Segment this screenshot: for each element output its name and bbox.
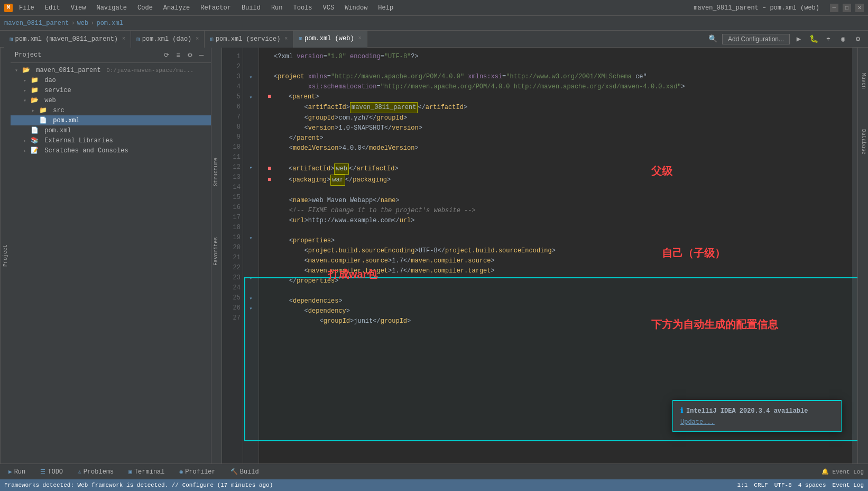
menu-item-analyze[interactable]: Analyze	[161, 3, 192, 13]
tree-item-src[interactable]: ▸📁 src	[11, 105, 211, 115]
tree-item-web[interactable]: ▾📂 web	[11, 95, 211, 105]
tree-item-pom-xml[interactable]: 📄 pom.xml	[11, 125, 211, 135]
window-controls[interactable]: ─ □ ✕	[830, 4, 864, 12]
statusbar-right: 1:1 CRLF UTF-8 4 spaces Event Log	[737, 482, 864, 488]
fold-icon[interactable]: ▾	[249, 74, 252, 80]
line-number-24: 24	[224, 283, 241, 293]
gutter-line-21	[243, 253, 258, 263]
menu-item-navigate[interactable]: Navigate	[94, 3, 129, 13]
sidebar-header: Project ⟳ ≡ ⚙ ─	[11, 48, 211, 63]
gutter-line-18	[243, 223, 258, 233]
bottom-tab-profiler[interactable]: ◉Profiler	[176, 464, 220, 480]
bottom-tab-problems[interactable]: ⚠Problems	[73, 464, 118, 480]
menu-item-help[interactable]: Help	[376, 3, 395, 13]
fold-icon[interactable]: ▾	[249, 295, 252, 302]
tree-item-dao[interactable]: ▸📁 dao	[11, 75, 211, 85]
gutter-line-10	[243, 142, 258, 152]
menu-item-file[interactable]: File	[17, 3, 36, 13]
tree-item-label: maven_0811_parent	[32, 67, 101, 74]
code-line: xsi:schemaLocation="http://maven.apache.…	[267, 82, 844, 92]
event-log-button[interactable]: 🔔 Event Log	[821, 468, 864, 475]
hide-icon[interactable]: ─	[196, 50, 207, 60]
gear-icon[interactable]: ⚙	[184, 50, 195, 60]
fold-icon[interactable]: ▾	[249, 94, 252, 101]
menu-item-refactor[interactable]: Refactor	[198, 3, 233, 13]
update-link[interactable]: Update...	[680, 419, 715, 426]
tab-close-button[interactable]: ×	[358, 35, 362, 41]
breadcrumb: maven_0811_parent › web › pom.xml	[0, 16, 868, 31]
line-number-27: 27	[224, 313, 241, 323]
profile-icon[interactable]: ◉	[837, 33, 849, 45]
database-tab[interactable]: Database	[858, 125, 868, 159]
sidebar-toolbar: ⟳ ≡ ⚙ ─	[161, 50, 207, 60]
menu-item-window[interactable]: Window	[343, 3, 370, 13]
run-icon[interactable]: ▶	[793, 33, 805, 45]
search-icon[interactable]: 🔍	[707, 33, 719, 45]
line-number-10: 10	[224, 142, 241, 152]
coverage-icon[interactable]: ☂	[823, 33, 834, 45]
menu-item-view[interactable]: View	[69, 3, 88, 13]
menu-item-vcs[interactable]: VCS	[321, 3, 337, 13]
menu-item-code[interactable]: Code	[135, 3, 155, 13]
tab-icon: m	[10, 36, 13, 42]
bottom-tab-todo[interactable]: ☰TODO	[36, 464, 67, 480]
tab-close-button[interactable]: ×	[196, 36, 199, 42]
bottom-tab-run[interactable]: ▶Run	[4, 464, 30, 480]
line-number-8: 8	[224, 122, 241, 132]
minimize-button[interactable]: ─	[830, 4, 838, 12]
sync-icon[interactable]: ⟳	[161, 50, 172, 60]
menu-item-run[interactable]: Run	[269, 3, 285, 13]
editor-tab[interactable]: mpom.xml (dao)×	[131, 31, 205, 48]
debug-icon[interactable]: 🐛	[808, 33, 819, 45]
tab-close-button[interactable]: ×	[284, 36, 288, 42]
close-button[interactable]: ✕	[855, 4, 864, 12]
fold-icon[interactable]: ▾	[249, 305, 252, 312]
bottom-bar: ▶Run☰TODO⚠Problems▣Terminal◉Profiler🔨Bui…	[0, 463, 868, 479]
gutter-line-13	[243, 172, 258, 183]
code-line: ■ <parent>	[267, 92, 844, 102]
maven-tab[interactable]: Maven	[858, 69, 868, 93]
sidebar-tab-project[interactable]: Project	[0, 48, 11, 463]
structure-tab[interactable]: Structure	[211, 153, 221, 190]
editor-tab[interactable]: mpom.xml (web)×	[293, 31, 367, 48]
breadcrumb-item-web[interactable]: web	[77, 20, 89, 27]
menu-item-build[interactable]: Build	[239, 3, 263, 13]
vertical-scrollbar[interactable]	[852, 48, 857, 463]
bottom-tab-terminal[interactable]: ▣Terminal	[124, 464, 169, 480]
maximize-button[interactable]: □	[843, 4, 851, 12]
line-number-13: 13	[224, 172, 241, 183]
code-line	[267, 226, 844, 236]
editor-area: 1234567891011121314151617181920212223242…	[222, 48, 857, 463]
fold-icon[interactable]: ▾	[249, 165, 252, 171]
add-configuration-button[interactable]: Add Configuration...	[722, 34, 790, 44]
tree-arrow: ▸	[23, 87, 29, 94]
bottom-tab-label: Problems	[84, 468, 114, 476]
tree-item-maven_0811_parent[interactable]: ▾📂 maven_0811_parent D:/java-maven-space…	[11, 65, 211, 75]
favorites-tab[interactable]: Favorites	[211, 233, 221, 270]
collapse-all-icon[interactable]: ≡	[173, 50, 183, 60]
editor-tab[interactable]: mpom.xml (service)×	[205, 31, 293, 48]
tree-item-external-libraries[interactable]: ▸📚 External Libraries	[11, 135, 211, 146]
event-log[interactable]: Event Log	[833, 482, 864, 488]
tree-item-scratches-and-consoles[interactable]: ▸📝 Scratches and Consoles	[11, 146, 211, 156]
code-line: <groupId>junit</groupId>	[267, 316, 844, 326]
editor-tab[interactable]: mpom.xml (maven_0811_parent)×	[4, 31, 131, 48]
menu-item-tools[interactable]: Tools	[291, 3, 315, 13]
tab-close-button[interactable]: ×	[122, 36, 125, 42]
tree-item-pom-xml[interactable]: 📄 pom.xml	[11, 115, 211, 125]
tree-item-label: web	[41, 97, 56, 104]
line-number-16: 16	[224, 203, 241, 213]
fold-icon[interactable]: ▾	[249, 235, 252, 241]
breadcrumb-separator: ›	[71, 20, 75, 27]
tree-item-service[interactable]: ▸📁 service	[11, 85, 211, 95]
breadcrumb-item-maven_0811_parent[interactable]: maven_0811_parent	[4, 20, 69, 27]
breadcrumb-item-pomxml[interactable]: pom.xml	[96, 20, 123, 27]
line-number-1: 1	[224, 52, 241, 62]
fold-icon[interactable]: ▾	[249, 275, 252, 281]
tree-item-icon: 📁	[31, 86, 39, 94]
menu-item-edit[interactable]: Edit	[43, 3, 62, 13]
bottom-tab-build[interactable]: 🔨Build	[226, 464, 263, 480]
bottom-tab-icon: ▶	[8, 468, 12, 475]
gutter-line-11	[243, 152, 258, 162]
settings-icon[interactable]: ⚙	[852, 33, 864, 45]
